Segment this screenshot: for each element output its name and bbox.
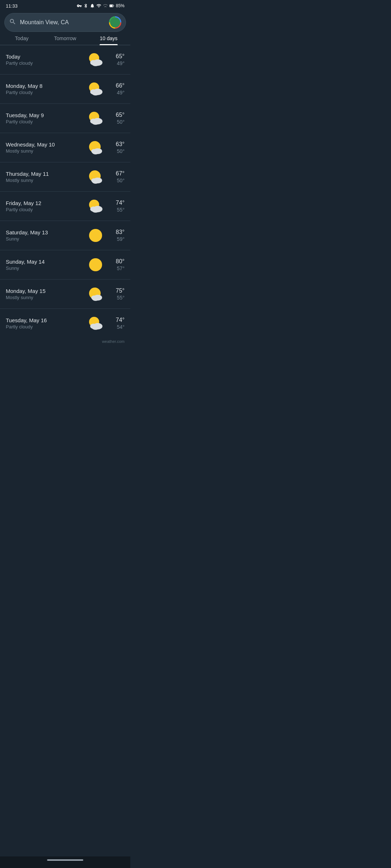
temperatures: 74° 54°	[109, 317, 125, 330]
temp-low: 59°	[109, 236, 125, 242]
weather-icon	[86, 285, 105, 303]
temperatures: 63° 50°	[109, 141, 125, 154]
forecast-row[interactable]: Thursday, May 11 Mostly sunny 67° 50°	[0, 162, 130, 192]
search-bar[interactable]: Mountain View, CA	[4, 13, 126, 32]
temp-low: 57°	[109, 265, 125, 271]
day-info: Wednesday, May 10 Mostly sunny	[6, 141, 86, 154]
day-name: Saturday, May 13	[6, 229, 86, 235]
forecast-row[interactable]: Tuesday, May 9 Partly cloudy 65° 50°	[0, 104, 130, 133]
temp-low: 49°	[109, 90, 125, 95]
temp-low: 55°	[109, 207, 125, 213]
mute-icon	[90, 3, 95, 8]
forecast-row[interactable]: Monday, May 15 Mostly sunny 75° 55°	[0, 280, 130, 309]
attribution: weather.com	[0, 338, 130, 348]
temp-high: 67°	[109, 170, 125, 177]
search-icon	[9, 18, 16, 27]
day-info: Monday, May 15 Mostly sunny	[6, 288, 86, 300]
day-condition: Partly cloudy	[6, 60, 86, 66]
weather-icon	[86, 109, 105, 128]
svg-point-35	[90, 324, 97, 329]
temp-high: 74°	[109, 317, 125, 323]
day-condition: Mostly sunny	[6, 148, 86, 154]
day-info: Sunday, May 14 Sunny	[6, 259, 86, 271]
day-name: Monday, May 8	[6, 83, 86, 89]
forecast-row[interactable]: Friday, May 12 Partly cloudy 74° 55°	[0, 192, 130, 221]
temp-high: 66°	[109, 82, 125, 89]
tab-today[interactable]: Today	[0, 35, 43, 45]
weather-icon	[86, 314, 105, 333]
temp-high: 80°	[109, 258, 125, 265]
forecast-row[interactable]: Wednesday, May 10 Mostly sunny 63° 50°	[0, 133, 130, 162]
day-info: Thursday, May 11 Mostly sunny	[6, 171, 86, 183]
weather-icon	[86, 197, 105, 216]
day-condition: Partly cloudy	[6, 90, 86, 95]
day-condition: Sunny	[6, 236, 86, 242]
google-account-avatar[interactable]	[109, 16, 121, 29]
day-name: Sunday, May 14	[6, 259, 86, 265]
status-bar: 11:33 85%	[0, 0, 130, 10]
day-info: Monday, May 8 Partly cloudy	[6, 83, 86, 95]
day-condition: Partly cloudy	[6, 207, 86, 212]
battery-icon	[109, 3, 114, 8]
forecast-row[interactable]: Saturday, May 13 Sunny 83° 59°	[0, 221, 130, 250]
day-condition: Partly cloudy	[6, 119, 86, 124]
day-name: Thursday, May 11	[6, 171, 86, 177]
weather-icon	[86, 138, 105, 157]
weather-icon	[86, 80, 105, 98]
temperatures: 74° 55°	[109, 200, 125, 213]
temp-high: 63°	[109, 141, 125, 148]
weather-icon	[86, 226, 105, 245]
forecast-row[interactable]: Sunday, May 14 Sunny 80° 57°	[0, 250, 130, 280]
svg-rect-1	[110, 5, 113, 7]
temperatures: 83° 59°	[109, 229, 125, 242]
weather-icon	[86, 255, 105, 274]
forecast-row[interactable]: Today Partly cloudy 65° 49°	[0, 45, 130, 75]
day-name: Wednesday, May 10	[6, 141, 86, 148]
temperatures: 67° 50°	[109, 170, 125, 183]
day-info: Tuesday, May 9 Partly cloudy	[6, 112, 86, 124]
day-info: Saturday, May 13 Sunny	[6, 229, 86, 242]
temp-high: 75°	[109, 288, 125, 294]
day-info: Friday, May 12 Partly cloudy	[6, 200, 86, 212]
status-time: 11:33	[6, 3, 18, 9]
temp-low: 50°	[109, 119, 125, 125]
search-query: Mountain View, CA	[20, 19, 105, 26]
forecast-row[interactable]: Monday, May 8 Partly cloudy 66° 49°	[0, 75, 130, 104]
wifi-icon	[96, 3, 101, 8]
temp-low: 50°	[109, 148, 125, 154]
temp-low: 49°	[109, 60, 125, 66]
svg-point-13	[90, 119, 97, 124]
temperatures: 80° 57°	[109, 258, 125, 271]
day-name: Tuesday, May 9	[6, 112, 86, 118]
svg-point-5	[90, 60, 97, 65]
weather-icon	[86, 167, 105, 186]
svg-point-9	[90, 89, 97, 94]
svg-point-26	[89, 229, 102, 242]
day-info: Tuesday, May 16 Partly cloudy	[6, 317, 86, 329]
status-icons: 85%	[77, 3, 125, 8]
forecast-row[interactable]: Tuesday, May 16 Partly cloudy 74° 54°	[0, 309, 130, 338]
day-name: Today	[6, 54, 86, 60]
tab-tomorrow[interactable]: Tomorrow	[43, 35, 87, 45]
svg-point-27	[89, 258, 102, 271]
temp-high: 65°	[109, 112, 125, 118]
bluetooth-icon	[83, 3, 88, 8]
temperatures: 65° 49°	[109, 53, 125, 66]
svg-point-17	[91, 149, 97, 153]
temp-low: 54°	[109, 324, 125, 330]
signal-icon	[103, 3, 108, 8]
weather-icon	[86, 50, 105, 69]
day-name: Monday, May 15	[6, 288, 86, 294]
day-condition: Partly cloudy	[6, 324, 86, 329]
battery-percent: 85%	[116, 3, 125, 8]
svg-point-25	[90, 207, 97, 212]
tab-10days[interactable]: 10 days	[87, 35, 130, 45]
temperatures: 65° 50°	[109, 112, 125, 125]
day-name: Tuesday, May 16	[6, 317, 86, 323]
temp-low: 50°	[109, 178, 125, 183]
temp-high: 65°	[109, 53, 125, 60]
temperatures: 75° 55°	[109, 288, 125, 301]
temp-high: 83°	[109, 229, 125, 235]
svg-point-21	[91, 178, 97, 183]
weather-forecast-list: Today Partly cloudy 65° 49° Monday, May …	[0, 45, 130, 338]
